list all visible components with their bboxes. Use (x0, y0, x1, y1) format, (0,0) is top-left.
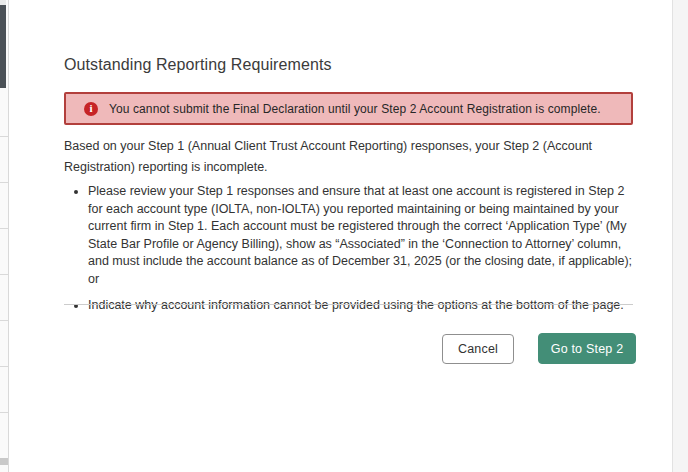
error-alert-message: You cannot submit the Final Declaration … (109, 102, 601, 116)
dialog-actions: Cancel Go to Step 2 (64, 333, 636, 364)
error-info-icon (84, 102, 98, 116)
background-row-divider (0, 228, 9, 229)
background-row-divider (0, 136, 9, 137)
background-row-divider (0, 182, 9, 183)
go-to-step-2-button[interactable]: Go to Step 2 (538, 333, 636, 364)
requirement-item: Indicate why account information cannot … (64, 297, 639, 315)
background-row-divider (0, 320, 9, 321)
error-alert-banner: You cannot submit the Final Declaration … (64, 92, 633, 125)
background-scroll-chip (0, 458, 8, 465)
outstanding-reporting-dialog: Outstanding Reporting Requirements You c… (10, 0, 672, 472)
footer-divider (64, 304, 633, 305)
background-row-divider (0, 274, 9, 275)
background-row-divider (0, 412, 9, 413)
intro-paragraph: Based on your Step 1 (Annual Client Trus… (64, 136, 636, 178)
requirements-list: Please review your Step 1 responses and … (64, 183, 639, 324)
dialog-title: Outstanding Reporting Requirements (64, 56, 332, 74)
background-row-divider (0, 366, 9, 367)
requirement-item: Please review your Step 1 responses and … (64, 183, 639, 288)
cancel-button[interactable]: Cancel (442, 334, 514, 364)
background-page-gutter (672, 0, 688, 472)
background-sidebar-strip (0, 5, 6, 88)
